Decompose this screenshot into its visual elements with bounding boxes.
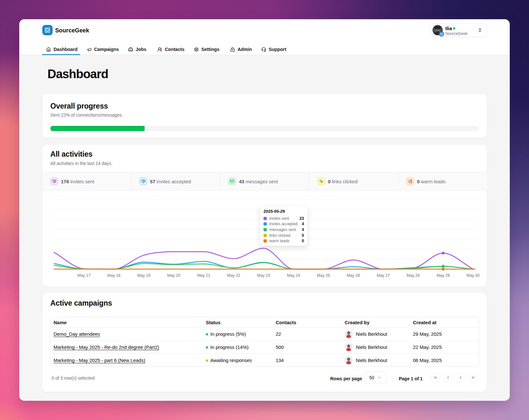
svg-text:May 25: May 25 (317, 273, 330, 278)
svg-text:May 29: May 29 (437, 273, 450, 278)
svg-text:May 21: May 21 (197, 273, 210, 278)
svg-text:May 30: May 30 (466, 273, 480, 278)
svg-text:May 28: May 28 (407, 273, 420, 278)
svg-text:May 22: May 22 (227, 273, 240, 278)
svg-text:May 26: May 26 (347, 273, 360, 278)
svg-text:May 18: May 18 (107, 273, 121, 278)
svg-text:May 19: May 19 (137, 273, 150, 278)
svg-text:May 17: May 17 (78, 273, 91, 278)
svg-text:May 20: May 20 (167, 273, 181, 278)
svg-text:May 23: May 23 (257, 273, 270, 278)
svg-text:May 24: May 24 (287, 273, 300, 278)
svg-text:May 27: May 27 (377, 273, 390, 278)
